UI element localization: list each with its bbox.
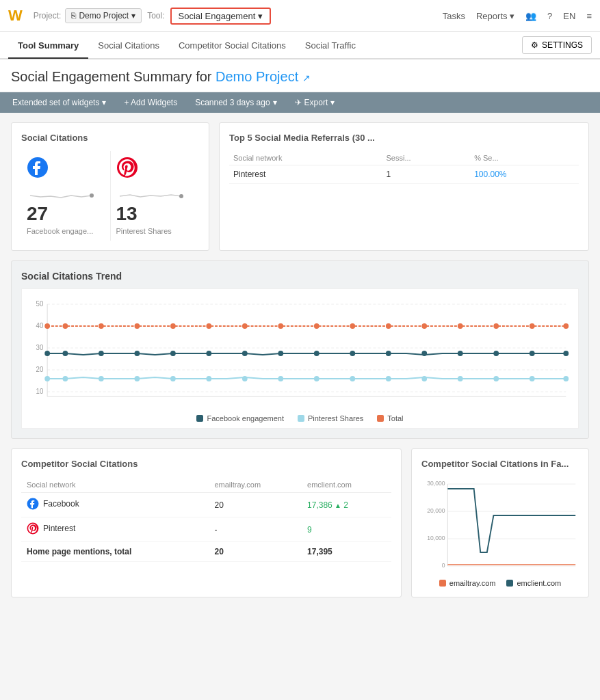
logo: W	[8, 7, 23, 25]
top-nav: W Project: ⎘ Demo Project ▾ Tool: Social…	[0, 0, 600, 32]
tasks-link[interactable]: Tasks	[443, 11, 465, 21]
svg-point-52	[170, 376, 176, 381]
export-icon: ✈	[295, 98, 302, 107]
svg-point-41	[350, 351, 355, 356]
facebook-legend-dot	[196, 415, 203, 422]
sc-items: 27 Facebook engage... 13 Pinterest Share…	[21, 151, 199, 241]
emclient-green-value: 9	[307, 525, 312, 535]
pinterest-sparkline	[116, 187, 185, 201]
svg-point-60	[458, 376, 463, 381]
competitor-chart-card: Competitor Social Citations in Fa... 30,…	[411, 448, 589, 597]
svg-text:20,000: 20,000	[427, 507, 445, 514]
svg-point-20	[170, 323, 176, 329]
nav-right: Tasks Reports ▾ 👥 ? EN ≡	[443, 11, 592, 21]
comp-chart-legend: emailtray.com emclient.com	[421, 579, 579, 587]
trend-section: Social Citations Trend 50 40 30 20 10	[11, 260, 589, 439]
svg-point-57	[350, 376, 355, 381]
up-arrow-icon: ▲	[335, 502, 341, 509]
tab-tool-summary[interactable]: Tool Summary	[8, 33, 88, 59]
svg-point-38	[242, 351, 248, 356]
legend-total-label: Total	[387, 414, 403, 422]
reports-link[interactable]: Reports ▾	[476, 11, 514, 21]
total-val2: 17,395	[302, 542, 391, 562]
svg-point-51	[134, 376, 140, 381]
svg-point-19	[134, 323, 140, 329]
settings-button[interactable]: ⚙ SETTINGS	[522, 36, 592, 54]
title-prefix: Social Engagement Summary for	[11, 69, 216, 84]
emclient-val: 17,386 ▲ 2	[302, 493, 391, 517]
page-title: Social Engagement Summary for Demo Proje…	[11, 69, 589, 85]
emclient-legend-dot	[506, 580, 513, 587]
svg-point-36	[170, 351, 176, 356]
external-link-icon[interactable]: ↗	[302, 72, 311, 83]
top5-title: Top 5 Social Media Referrals (30 ...	[229, 133, 579, 143]
pinterest-icon	[27, 522, 39, 535]
sessions-cell: 1	[382, 165, 471, 184]
svg-point-40	[314, 351, 319, 356]
project-selector[interactable]: ⎘ Demo Project ▾	[65, 8, 142, 23]
help-icon[interactable]: ?	[547, 11, 552, 21]
svg-point-17	[63, 323, 68, 329]
svg-point-31	[563, 323, 569, 329]
tool-label: Tool:	[147, 11, 164, 21]
pinterest-value: 13	[116, 203, 194, 225]
facebook-icon	[27, 157, 105, 183]
svg-point-24	[314, 323, 319, 329]
svg-point-27	[421, 323, 427, 329]
svg-text:10: 10	[36, 388, 44, 395]
chevron-down-icon: ▾	[273, 98, 277, 107]
facebook-text: Facebook	[43, 499, 79, 509]
settings-label: SETTINGS	[542, 40, 583, 50]
trend-chart-area: 50 40 30 20 10	[21, 288, 579, 429]
action-toolbar: Extended set of widgets ▾ + Add Widgets …	[0, 92, 600, 113]
chevron-down-icon: ▾	[330, 98, 335, 107]
percent-cell: 100.00%	[470, 165, 579, 184]
trend-title: Social Citations Trend	[21, 271, 579, 282]
chevron-down-icon: ▾	[258, 11, 263, 21]
widgets-dropdown[interactable]: Extended set of widgets ▾	[8, 96, 110, 109]
svg-point-3	[179, 194, 183, 198]
table-row: Pinterest - 9	[21, 517, 391, 542]
svg-point-28	[458, 323, 463, 329]
svg-point-62	[530, 376, 535, 381]
svg-point-50	[99, 376, 104, 381]
menu-icon[interactable]: ≡	[586, 11, 592, 21]
tab-competitor-social-citations[interactable]: Competitor Social Citations	[169, 33, 296, 59]
page-header: Social Engagement Summary for Demo Proje…	[0, 59, 600, 92]
col-social-network: Social network	[21, 477, 209, 493]
competitor-chart-svg: 30,000 20,000 10,000 0	[421, 477, 579, 573]
project-link[interactable]: Demo Project	[216, 69, 298, 84]
svg-text:40: 40	[36, 322, 44, 329]
project-name: Demo Project	[79, 11, 129, 21]
export-label: Export	[304, 98, 328, 107]
scan-info[interactable]: Scanned 3 days ago ▾	[191, 96, 281, 109]
svg-point-1	[90, 193, 94, 198]
facebook-item: 27 Facebook engage...	[21, 151, 111, 241]
tool-selector[interactable]: Social Engagement ▾	[170, 8, 272, 25]
legend-total: Total	[377, 414, 403, 422]
svg-point-58	[386, 376, 391, 381]
add-widgets-button[interactable]: + Add Widgets	[120, 96, 181, 109]
svg-point-56	[314, 376, 319, 381]
users-icon[interactable]: 👥	[525, 11, 536, 21]
svg-point-53	[206, 376, 211, 381]
social-citations-card: Social Citations 27 Facebook engage...	[11, 122, 209, 251]
svg-point-54	[242, 376, 248, 381]
total-val1: 20	[209, 542, 302, 562]
emclient-legend-label: emclient.com	[517, 579, 561, 587]
svg-point-30	[530, 323, 535, 329]
svg-point-35	[134, 351, 140, 356]
facebook-icon	[27, 498, 39, 510]
svg-point-26	[386, 323, 391, 329]
legend-pinterest-label: Pinterest Shares	[308, 414, 363, 422]
tab-social-traffic[interactable]: Social Traffic	[296, 33, 365, 59]
competitor-citations-card: Competitor Social Citations Social netwo…	[11, 448, 402, 597]
pinterest-label: Pinterest Shares	[116, 227, 194, 235]
pinterest-text: Pinterest	[43, 524, 75, 533]
tab-social-citations[interactable]: Social Citations	[88, 33, 169, 59]
language-selector[interactable]: EN	[563, 11, 575, 21]
tool-name: Social Engagement	[179, 11, 256, 21]
legend-facebook-label: Facebook engagement	[207, 414, 284, 422]
export-button[interactable]: ✈ Export ▾	[291, 96, 339, 109]
col-emailtray: emailtray.com	[209, 477, 302, 493]
